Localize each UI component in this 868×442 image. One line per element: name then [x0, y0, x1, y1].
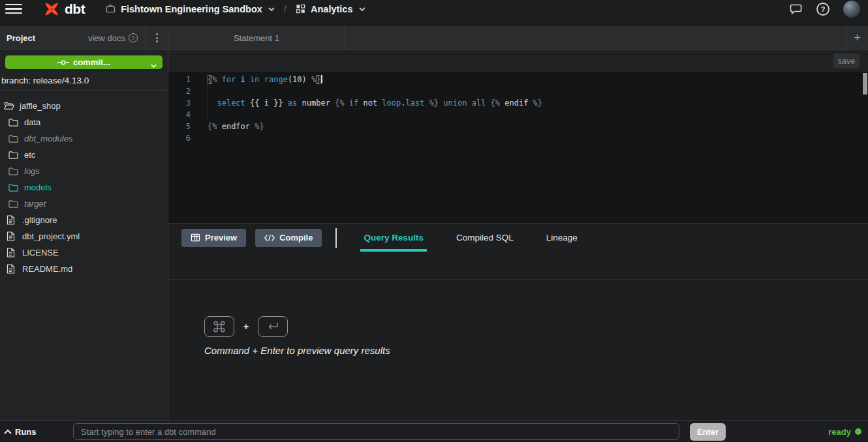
tree-item-dbt-project-yml[interactable]: dbt_project.yml — [0, 228, 168, 244]
avatar[interactable] — [843, 1, 860, 18]
project-switcher[interactable]: Analytics — [296, 4, 365, 14]
tree-item-etc[interactable]: etc — [0, 147, 168, 163]
tree-item-data[interactable]: data — [0, 114, 168, 130]
line-number: 6 — [168, 132, 197, 144]
divider — [335, 228, 337, 248]
editor-scrollbar[interactable] — [863, 73, 867, 222]
folder-open-icon — [4, 102, 15, 110]
tab-query-results[interactable]: Query Results — [360, 224, 427, 252]
code-text: {% for i in range(10) %} — [197, 74, 322, 85]
tree-item-dbt-modules[interactable]: dbt_modules — [0, 130, 168, 147]
results-tab-label: Compiled SQL — [456, 233, 514, 243]
save-button[interactable]: save — [833, 53, 860, 68]
results-tab-label: Query Results — [364, 233, 424, 243]
chat-icon[interactable] — [789, 3, 803, 16]
dbt-ide-app: dbt Fishtown Engineering Sandbox / — [0, 0, 868, 442]
tree-item-logs[interactable]: logs — [0, 163, 168, 179]
active-tab-underline — [360, 249, 427, 252]
results-tab-label: Lineage — [546, 233, 578, 243]
code-text: {% endfor %} — [197, 121, 264, 132]
enter-key-icon — [258, 316, 288, 337]
folder-icon — [8, 151, 20, 159]
folder-icon — [8, 167, 20, 175]
tab-lineage[interactable]: Lineage — [543, 224, 581, 252]
dbt-logo-word: dbt — [65, 1, 85, 17]
runs-label: Runs — [15, 427, 37, 437]
command-bar: Runs Enter ready — [0, 420, 868, 442]
runs-toggle[interactable]: Runs — [0, 427, 73, 437]
git-commit-icon — [57, 59, 69, 66]
results-tabs: Query Results Compiled SQL Lineage — [360, 224, 580, 252]
status-label: ready — [828, 427, 851, 437]
code-line: 6 — [168, 132, 868, 144]
status-indicator: ready — [828, 427, 868, 437]
chevron-down-icon — [268, 7, 275, 11]
svg-text:?: ? — [821, 5, 826, 13]
preview-button[interactable]: Preview — [181, 229, 246, 247]
table-icon — [191, 233, 200, 243]
account-switcher[interactable]: Fishtown Engineering Sandbox — [106, 4, 275, 14]
line-number: 2 — [168, 85, 197, 97]
dbt-logo[interactable]: dbt — [43, 1, 85, 18]
sidebar-title: Project — [7, 33, 35, 43]
tree-item-label: .gitignore — [22, 215, 57, 225]
kebab-icon[interactable] — [146, 33, 168, 42]
code-text — [197, 132, 208, 144]
view-docs-link[interactable]: view docs ? — [88, 33, 138, 43]
sidebar: Project view docs ? commit... — [0, 26, 168, 420]
shortcut-hint: Command + Enter to preview query results — [204, 345, 868, 356]
file-icon — [7, 231, 18, 241]
tree-item-models[interactable]: models — [0, 179, 168, 196]
file-icon — [7, 264, 18, 274]
code-text — [197, 109, 208, 121]
folder-icon — [8, 118, 20, 126]
folder-icon — [8, 134, 20, 143]
line-number: 4 — [168, 109, 197, 121]
tree-item-label: README.md — [22, 264, 72, 274]
code-lines: 1{% for i in range(10) %}23 select {{ i … — [168, 74, 868, 223]
tree-item-label: jaffle_shop — [20, 101, 61, 111]
tree-item-license[interactable]: LICENSE — [0, 244, 168, 261]
compile-button[interactable]: Compile — [255, 229, 322, 247]
enter-button[interactable]: Enter — [690, 423, 726, 441]
commit-button-label: commit... — [73, 57, 110, 67]
code-editor[interactable]: 1{% for i in range(10) %}23 select {{ i … — [168, 72, 868, 223]
line-number: 3 — [168, 97, 197, 109]
tree-item-jaffle-shop[interactable]: jaffle_shop — [0, 98, 168, 114]
dbt-command-input[interactable] — [73, 423, 679, 440]
tree-item-readme-md[interactable]: README.md — [0, 261, 168, 277]
grid-icon — [296, 4, 305, 14]
compile-button-label: Compile — [279, 233, 313, 243]
results-toolbar: Preview Compile Query Results Compiled S… — [168, 223, 868, 252]
code-text — [197, 85, 208, 97]
tree-item-label: models — [24, 183, 52, 192]
code-line: 5{% endfor %} — [168, 121, 868, 132]
tree-item-label: data — [24, 117, 40, 127]
commit-button[interactable]: commit... — [5, 55, 163, 69]
tree-item-gitignore[interactable]: .gitignore — [0, 212, 168, 228]
code-line: 2 — [168, 85, 868, 97]
tree-item-label: etc — [24, 150, 35, 160]
code-line: 3 select {{ i }} as number {% if not loo… — [168, 97, 868, 109]
results-content: + Command + Enter to preview query resul… — [168, 280, 868, 420]
menu-icon[interactable] — [5, 3, 22, 16]
view-docs-label: view docs — [88, 33, 125, 43]
help-icon[interactable]: ? — [816, 2, 830, 16]
editor-tabstrip: Statement 1 + — [168, 26, 868, 50]
chevron-down-icon — [359, 7, 365, 11]
dbt-logo-icon — [43, 1, 60, 18]
code-line: 1{% for i in range(10) %} — [168, 74, 868, 85]
tree-item-label: LICENSE — [22, 248, 59, 258]
scrollbar-thumb[interactable] — [863, 73, 867, 95]
folder-icon — [8, 183, 20, 192]
tree-item-target[interactable]: target — [0, 196, 168, 212]
new-tab-button[interactable]: + — [846, 26, 868, 50]
tab-compiled-sql[interactable]: Compiled SQL — [453, 224, 517, 252]
question-circle-icon: ? — [129, 33, 138, 42]
tab-statement-1[interactable]: Statement 1 — [168, 26, 345, 50]
code-icon — [264, 234, 275, 242]
tree-item-label: dbt_modules — [24, 134, 72, 143]
line-number: 1 — [168, 74, 197, 85]
code-line: 4 — [168, 109, 868, 121]
account-name: Fishtown Engineering Sandbox — [121, 4, 262, 14]
